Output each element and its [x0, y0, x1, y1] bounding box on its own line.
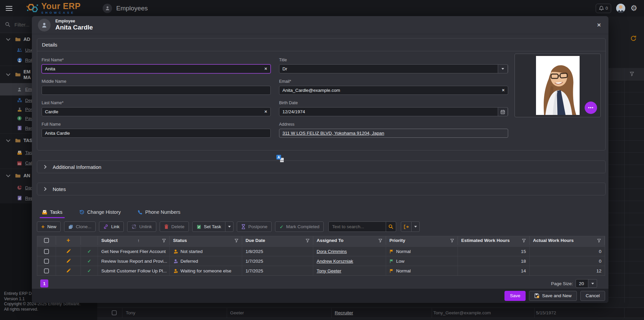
- delete-button[interactable]: Delete: [160, 221, 189, 232]
- birth-date-input[interactable]: 12/24/1974: [279, 107, 508, 116]
- select-all-checkbox[interactable]: [44, 238, 49, 243]
- column-header-status[interactable]: Status: [170, 236, 242, 245]
- export-icon: [404, 225, 409, 229]
- assigned-to-link[interactable]: Tony Geeter: [317, 268, 341, 273]
- cell-priority: Low: [386, 256, 458, 266]
- column-header-subject[interactable]: Subject ↑: [98, 236, 170, 245]
- column-header-actual-work-hours[interactable]: Actual Work Hours: [530, 236, 605, 245]
- new-button[interactable]: + New: [37, 221, 61, 232]
- cell-status: Waiting for someone else: [170, 266, 242, 275]
- assigned-to-link[interactable]: Dora Crimmins: [317, 249, 347, 254]
- bell-icon: [599, 6, 604, 11]
- chevron-right-icon: [43, 165, 46, 169]
- row-checkbox[interactable]: [44, 268, 49, 273]
- unlink-button[interactable]: Unlink: [127, 221, 156, 232]
- complete-check-icon[interactable]: ✓: [87, 268, 91, 273]
- link-button[interactable]: Link: [99, 221, 124, 232]
- tab-phone-numbers[interactable]: Phone Numbers: [137, 206, 181, 218]
- export-button[interactable]: [401, 221, 412, 232]
- filter-icon[interactable]: [234, 239, 238, 243]
- address-link[interactable]: 311 W LOS FELIZ BLVD, Yokohama 91204, Ja…: [282, 131, 384, 136]
- row-checkbox[interactable]: [44, 249, 49, 254]
- complete-check-icon[interactable]: ✓: [87, 258, 91, 264]
- column-header-assigned-to[interactable]: Assigned To: [313, 236, 386, 245]
- close-icon[interactable]: ✕: [597, 22, 601, 28]
- unlink-icon: [131, 224, 137, 229]
- sort-ascending-icon: ↑: [138, 238, 140, 243]
- first-name-field: First Name* Anita ✕: [42, 58, 271, 73]
- mark-completed-button[interactable]: ✓ Mark Completed: [275, 221, 324, 232]
- middle-name-input[interactable]: [42, 86, 271, 95]
- cell-priority: Normal: [386, 247, 458, 256]
- user-avatar[interactable]: [616, 4, 625, 13]
- filter-icon[interactable]: [162, 239, 166, 243]
- first-name-input[interactable]: Anita ✕: [42, 64, 271, 73]
- page-size-value: 20: [576, 279, 588, 288]
- cancel-button[interactable]: Cancel: [580, 291, 605, 301]
- table-row[interactable]: ✓ Review Issue Report and Provi... Defer…: [37, 256, 605, 266]
- column-header-priority[interactable]: Priority: [386, 236, 458, 245]
- edit-pencil-icon[interactable]: [66, 249, 71, 254]
- page-size-select[interactable]: 20: [576, 279, 597, 288]
- row-checkbox[interactable]: [44, 259, 49, 264]
- table-row[interactable]: ✓ Get New Frequent Flier Account Not sta…: [37, 246, 605, 256]
- cell-due-date: 1/8/2025: [242, 247, 313, 256]
- clear-icon[interactable]: ✕: [264, 110, 267, 114]
- hamburger-menu-icon[interactable]: [6, 6, 12, 11]
- add-task-icon[interactable]: +: [66, 237, 70, 244]
- set-task-button[interactable]: Set Task: [192, 221, 226, 232]
- filter-icon[interactable]: [306, 239, 310, 243]
- search-button[interactable]: [386, 221, 396, 232]
- notifications-button[interactable]: 0: [596, 4, 611, 13]
- edit-pencil-icon[interactable]: [66, 268, 71, 273]
- filter-icon[interactable]: [522, 239, 526, 243]
- calendar-picker-button[interactable]: [498, 107, 508, 116]
- link-icon: [103, 224, 108, 229]
- column-header-due-date[interactable]: Due Date: [242, 236, 313, 245]
- page-size-dropdown-button[interactable]: [588, 279, 597, 288]
- address-field: Address 311 W LOS FELIZ BLVD, Yokohama 9…: [279, 122, 508, 138]
- full-name-input[interactable]: Anita Cardle: [42, 129, 271, 138]
- birth-date-label: Birth Date: [279, 101, 508, 105]
- first-name-label: First Name*: [42, 58, 271, 62]
- table-row[interactable]: ✓ Submit Customer Follow Up Pl... Waitin…: [37, 266, 605, 275]
- export-dropdown-button[interactable]: [412, 221, 420, 232]
- cell-actual-hours: 0: [530, 247, 605, 256]
- section-label: Notes: [53, 186, 66, 192]
- clear-icon[interactable]: ✕: [502, 88, 505, 92]
- additional-information-section[interactable]: Additional Information: [37, 161, 606, 173]
- title-field: Title Dr: [279, 58, 508, 73]
- filter-icon[interactable]: [597, 239, 601, 243]
- employee-photo: [536, 56, 580, 115]
- tab-change-history[interactable]: Change History: [78, 206, 122, 218]
- settings-gear-icon[interactable]: ⚙: [630, 4, 637, 12]
- edit-pencil-icon[interactable]: [66, 259, 71, 263]
- search-input[interactable]: [328, 221, 386, 232]
- filter-icon[interactable]: [378, 239, 382, 243]
- title-select[interactable]: Dr: [279, 64, 508, 73]
- tab-tasks[interactable]: Tasks: [41, 206, 63, 218]
- address-input[interactable]: 311 W LOS FELIZ BLVD, Yokohama 91204, Ja…: [279, 129, 508, 138]
- save-and-new-button[interactable]: Save and New: [529, 291, 577, 301]
- cell-actual-hours: 12: [530, 266, 605, 275]
- chevron-right-icon: [43, 187, 46, 191]
- clear-icon[interactable]: ✕: [264, 67, 267, 71]
- filter-icon[interactable]: [450, 239, 454, 243]
- clone-button[interactable]: Clone...: [64, 221, 96, 232]
- email-input[interactable]: Anita_Cardle@example.com ✕: [279, 86, 508, 95]
- middle-name-label: Middle Name: [42, 79, 271, 84]
- postpone-button[interactable]: Postpone: [237, 221, 272, 232]
- photo-menu-button[interactable]: •••: [585, 102, 597, 114]
- assigned-to-link[interactable]: Andrew Korszniak: [317, 259, 353, 264]
- set-task-dropdown-button[interactable]: [225, 221, 233, 232]
- page-1-button[interactable]: 1: [40, 279, 48, 287]
- save-button[interactable]: Save: [504, 291, 526, 301]
- last-name-input[interactable]: Cardle ✕: [42, 107, 271, 116]
- title-dropdown-button[interactable]: [498, 64, 508, 73]
- cell-estimated-hours: 14: [458, 266, 530, 275]
- details-section-title: Details: [37, 39, 605, 51]
- notes-section[interactable]: Notes: [37, 183, 606, 195]
- column-header-estimated-work-hours[interactable]: Estimated Work Hours: [458, 236, 530, 245]
- notification-count: 0: [605, 6, 608, 11]
- complete-check-icon[interactable]: ✓: [87, 249, 91, 254]
